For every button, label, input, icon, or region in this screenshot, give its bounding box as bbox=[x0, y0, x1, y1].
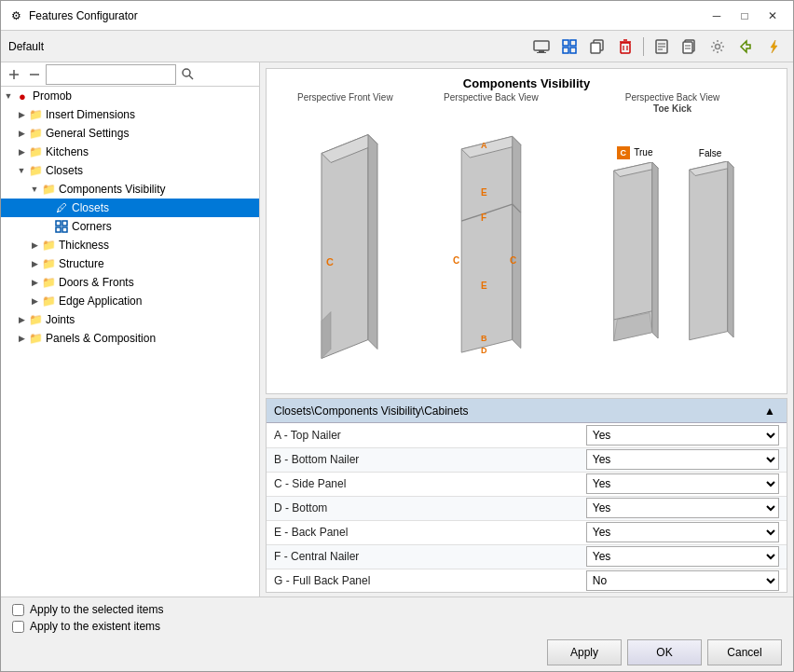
svg-marker-39 bbox=[513, 136, 521, 348]
folder-icon: 📁 bbox=[41, 182, 56, 197]
tree-expand-all-btn[interactable] bbox=[5, 65, 23, 84]
tree-item-insert-dimensions[interactable]: ▶ 📁 Insert Dimensions bbox=[1, 105, 259, 124]
app-icon: ⚙ bbox=[8, 8, 23, 23]
bottom-buttons: Apply OK Cancel bbox=[12, 639, 782, 665]
prop-select-d[interactable]: YesNo bbox=[586, 498, 779, 518]
folder-icon: 📁 bbox=[28, 144, 43, 159]
ok-button[interactable]: OK bbox=[627, 639, 702, 665]
tree-item-panels-composition[interactable]: ▶ 📁 Panels & Composition bbox=[1, 329, 259, 348]
folder-icon: 📁 bbox=[41, 294, 56, 309]
expand-icon: ▶ bbox=[29, 277, 40, 288]
grid-icon bbox=[54, 219, 69, 234]
expand-icon: ▶ bbox=[29, 295, 40, 307]
close-button[interactable]: ✕ bbox=[760, 7, 786, 25]
tree-search-button[interactable] bbox=[178, 65, 197, 84]
tree-item-general-settings[interactable]: ▶ 📁 General Settings bbox=[1, 124, 259, 143]
prop-select-b[interactable]: YesNo bbox=[586, 449, 779, 470]
expand-icon: ▶ bbox=[16, 146, 27, 158]
tree-item-corners[interactable]: Corners bbox=[1, 217, 259, 236]
props-header-text: Closets\Components Visibility\Cabinets bbox=[274, 405, 469, 418]
expand-icon bbox=[42, 202, 53, 213]
window-controls: ─ □ ✕ bbox=[704, 7, 786, 25]
preview-col-toekick: Perspective Back ViewToe Kick C True bbox=[566, 92, 779, 386]
tree-toolbar bbox=[1, 62, 259, 87]
svg-rect-9 bbox=[621, 43, 630, 53]
prop-value-c: YesNo bbox=[579, 472, 787, 496]
toolbar-btn-delete[interactable] bbox=[613, 35, 637, 58]
toekick-false-svg bbox=[680, 161, 741, 357]
tree-label-joints: Joints bbox=[46, 313, 75, 326]
false-label: False bbox=[699, 148, 721, 158]
tree-item-edge-application[interactable]: ▶ 📁 Edge Application bbox=[1, 292, 259, 310]
tree-label-closets-item: Closets bbox=[72, 201, 109, 214]
toolbar-btn-gear[interactable] bbox=[705, 35, 730, 58]
check-selected-label: Apply to the selected items bbox=[30, 603, 163, 616]
folder-icon: 📁 bbox=[28, 126, 43, 141]
tree-item-promob[interactable]: ▼ ● Promob bbox=[1, 87, 259, 105]
toolbar-btn-pages[interactable] bbox=[678, 35, 702, 58]
prop-label-g: G - Full Back Panel bbox=[267, 569, 579, 592]
checkbox-selected-items[interactable] bbox=[12, 604, 24, 616]
svg-text:E: E bbox=[481, 281, 487, 291]
checkbox-existent-items[interactable] bbox=[12, 621, 24, 633]
tree-item-kitchens[interactable]: ▶ 📁 Kitchens bbox=[1, 143, 259, 161]
toolbar-btn-copy[interactable] bbox=[585, 35, 609, 58]
toolbar-btn-arrow[interactable] bbox=[733, 35, 758, 58]
tree-item-structure[interactable]: ▶ 📁 Structure bbox=[1, 254, 259, 273]
svg-rect-28 bbox=[56, 221, 61, 226]
folder-icon: 📁 bbox=[28, 107, 43, 122]
svg-text:A: A bbox=[481, 141, 487, 150]
toolbar-btn-lightning[interactable] bbox=[761, 35, 786, 58]
apply-button[interactable]: Apply bbox=[547, 639, 622, 665]
prop-select-g[interactable]: NoYes bbox=[586, 570, 779, 591]
toekick-true-label: C True bbox=[617, 146, 653, 159]
tree-label-kitchens: Kitchens bbox=[46, 145, 89, 158]
prop-select-a[interactable]: YesNo bbox=[586, 425, 779, 446]
toolbar-separator-1 bbox=[643, 37, 644, 56]
svg-rect-8 bbox=[591, 43, 600, 53]
prop-row-g-full-back: G - Full Back Panel NoYes bbox=[267, 569, 787, 592]
tree-search-input[interactable] bbox=[46, 64, 176, 85]
maximize-button[interactable]: □ bbox=[732, 7, 758, 25]
prop-select-e[interactable]: YesNo bbox=[586, 522, 779, 542]
folder-icon: 📁 bbox=[41, 238, 56, 253]
folder-icon: 📁 bbox=[41, 275, 56, 290]
svg-marker-37 bbox=[461, 136, 513, 352]
pencil-icon: 🖊 bbox=[54, 200, 69, 215]
tree-collapse-all-btn[interactable] bbox=[25, 65, 44, 84]
prop-select-c[interactable]: YesNo bbox=[586, 473, 779, 494]
tree-item-thickness[interactable]: ▶ 📁 Thickness bbox=[1, 236, 259, 254]
toolbar-btn-monitor[interactable] bbox=[529, 35, 554, 58]
cabinet-back-svg: A C C E F E bbox=[445, 107, 538, 386]
svg-marker-52 bbox=[651, 162, 657, 338]
toolbar-btn-grid[interactable] bbox=[557, 35, 582, 58]
tree-item-closets[interactable]: ▼ 📁 Closets bbox=[1, 161, 259, 180]
minimize-button[interactable]: ─ bbox=[704, 7, 730, 25]
props-header: Closets\Components Visibility\Cabinets ▲ bbox=[267, 399, 787, 423]
svg-text:C: C bbox=[326, 256, 334, 267]
tree-item-doors-fronts[interactable]: ▶ 📁 Doors & Fronts bbox=[1, 273, 259, 292]
cancel-button[interactable]: Cancel bbox=[707, 639, 782, 665]
tree-label-closets: Closets bbox=[46, 164, 83, 177]
title-bar: ⚙ Features Configurator ─ □ ✕ bbox=[1, 1, 793, 31]
svg-point-22 bbox=[716, 44, 720, 48]
prop-select-f[interactable]: YesNo bbox=[586, 546, 779, 567]
tree-label-structure: Structure bbox=[59, 257, 104, 270]
expand-icon: ▶ bbox=[16, 333, 27, 344]
tree-item-joints[interactable]: ▶ 📁 Joints bbox=[1, 310, 259, 329]
preview-area: Components Visibility Perspective Front … bbox=[266, 68, 787, 394]
tree-item-closets-selected[interactable]: 🖊 Closets bbox=[1, 199, 259, 217]
preview-columns: Perspective Front View bbox=[274, 92, 779, 386]
props-collapse-button[interactable]: ▲ bbox=[760, 403, 779, 419]
tree-item-components-visibility[interactable]: ▼ 📁 Components Visibility bbox=[1, 180, 259, 199]
toolbar-btn-page[interactable] bbox=[650, 35, 674, 58]
window-title: Features Configurator bbox=[29, 9, 704, 22]
toekick-false-label: False bbox=[699, 148, 721, 158]
tree-label-corners: Corners bbox=[72, 220, 112, 233]
svg-marker-55 bbox=[689, 161, 727, 340]
folder-icon: 📁 bbox=[28, 312, 43, 327]
properties-table: A - Top Nailer YesNo B - Bottom Nailer bbox=[267, 423, 787, 592]
toekick-label-text: Perspective Back ViewToe Kick bbox=[625, 92, 720, 114]
folder-icon: 📁 bbox=[28, 331, 43, 346]
svg-text:B: B bbox=[481, 334, 487, 343]
